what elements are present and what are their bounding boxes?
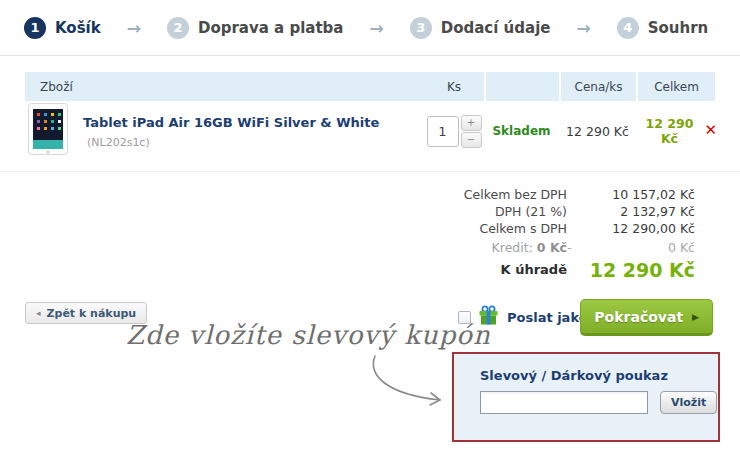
step-delivery-details[interactable]: 3 Dodací údaje — [410, 17, 551, 39]
step-number-badge: 3 — [410, 17, 432, 39]
product-thumbnail — [28, 103, 68, 159]
step-cart[interactable]: 1 Košík — [24, 17, 101, 39]
quantity-increase-button[interactable]: + — [461, 115, 482, 131]
line-total: 12 290 Kč — [636, 116, 715, 146]
column-header-price: Cena/ks — [559, 72, 636, 101]
step-summary[interactable]: 4 Souhrn — [617, 17, 709, 39]
step-number-badge: 2 — [167, 17, 189, 39]
credit-dash: - — [567, 240, 572, 256]
amount-due-row: K úhradě 12 290 Kč — [295, 262, 695, 278]
coupon-annotation-text: Zde vložíte slevový kupón — [126, 320, 491, 350]
cart-page: 1 Košík → 2 Doprava a platba → 3 Dodací … — [0, 0, 740, 453]
totals-summary: Celkem bez DPH 10 157,02 Kč DPH (21 %) 2… — [295, 187, 695, 279]
continue-arrow-icon: ▶ — [692, 312, 699, 322]
column-header-product: Zboží — [25, 72, 424, 101]
coupon-submit-button[interactable]: Vložit — [660, 391, 717, 414]
step-arrow-icon: → — [576, 18, 590, 38]
credit-amount: 0 Kč — [537, 240, 567, 255]
cart-item-row: Tablet iPad Air 16GB WiFi Silver & White… — [25, 101, 715, 161]
checkout-stepper: 1 Košík → 2 Doprava a platba → 3 Dodací … — [0, 0, 740, 56]
unit-price: 12 290 Kč — [559, 124, 636, 139]
stock-status: Skladem — [484, 124, 559, 138]
cart-table-header: Zboží Ks Cena/ks Celkem — [25, 72, 715, 101]
credit-value: 0 Kč — [668, 240, 695, 256]
product-name[interactable]: Tablet iPad Air 16GB WiFi Silver & White — [83, 115, 379, 130]
remove-item-icon[interactable]: ✕ — [704, 121, 717, 139]
back-arrow-icon: ◂ — [36, 308, 41, 318]
credit-label: Kredit: — [492, 240, 533, 255]
coupon-box: Slevový / Dárkový poukaz Vložit — [452, 352, 720, 442]
coupon-title: Slevový / Dárkový poukaz — [480, 368, 718, 383]
step-arrow-icon: → — [369, 18, 383, 38]
summary-row: Celkem s DPH 12 290,00 Kč — [295, 221, 695, 237]
coupon-input[interactable] — [480, 391, 648, 414]
quantity-cell: + − — [424, 115, 484, 148]
summary-row: Celkem bez DPH 10 157,02 Kč — [295, 187, 695, 203]
quantity-input[interactable] — [427, 116, 459, 147]
step-shipping-payment[interactable]: 2 Doprava a platba — [167, 17, 344, 39]
credit-row: Kredit: 0 Kč - 0 Kč — [295, 240, 695, 256]
quantity-decrease-button[interactable]: − — [461, 132, 482, 148]
step-number-badge: 4 — [617, 17, 639, 39]
section-divider — [0, 171, 740, 172]
column-header-qty: Ks — [424, 72, 484, 101]
column-header-stock — [484, 72, 559, 101]
column-header-total: Celkem — [636, 72, 715, 101]
continue-button[interactable]: Pokračovat ▶ — [580, 299, 713, 336]
summary-row: DPH (21 %) 2 132,97 Kč — [295, 204, 695, 220]
amount-due-value: 12 290 Kč — [567, 262, 695, 278]
step-number-badge: 1 — [24, 17, 46, 39]
step-arrow-icon: → — [127, 18, 141, 38]
annotation-arrow — [368, 354, 453, 406]
product-cell: Tablet iPad Air 16GB WiFi Silver & White… — [25, 103, 424, 159]
amount-due-label: K úhradě — [501, 262, 567, 278]
product-sku: (NL202s1c) — [87, 136, 150, 149]
